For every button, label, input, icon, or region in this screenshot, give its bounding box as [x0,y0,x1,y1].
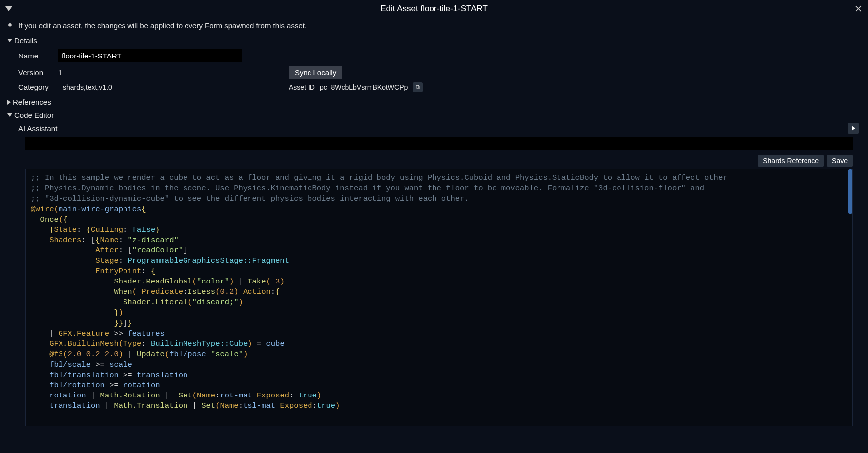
sync-locally-button[interactable]: Sync Locally [289,66,342,79]
asset-id-value: pc_8WcbLbVsrmBKotWCPp [320,83,408,91]
code-editor-label: Code Editor [14,111,54,119]
name-label: Name [18,52,48,60]
version-label: Version [18,68,48,77]
code-editor-section: Code Editor AI Assistant Shards Referenc… [0,109,868,453]
chevron-down-icon [7,39,12,42]
asset-editor-window: Edit Asset floor-tile-1-START ✕ If you e… [0,0,868,453]
play-icon [852,126,855,131]
details-header[interactable]: Details [7,35,861,46]
asset-id-label: Asset ID [289,83,315,91]
category-value: shards,text,v1.0 [63,83,112,91]
chevron-down-icon [7,113,12,117]
code-toolbar: Shards Reference Save [7,153,861,169]
ai-run-button[interactable] [848,123,859,134]
save-button[interactable]: Save [827,155,853,167]
info-text: If you edit an asset, the changes will b… [18,21,307,30]
ai-assistant-label: AI Assistant [18,124,57,133]
details-section: Details Name Version 1 Sync Locally Cate… [0,34,868,95]
ai-assistant-row: AI Assistant [7,121,861,136]
shards-reference-button[interactable]: Shards Reference [758,155,824,167]
details-label: Details [14,36,37,45]
name-input[interactable] [58,49,242,62]
titlebar: Edit Asset floor-tile-1-START ✕ [0,0,868,17]
code-content[interactable]: ;; In this sample we render a cube to ac… [26,169,852,415]
references-label: References [13,98,51,106]
info-icon [7,22,14,29]
scrollbar[interactable] [848,169,852,214]
ai-assistant-input[interactable] [25,137,853,150]
references-header[interactable]: References [7,96,861,108]
info-bar: If you edit an asset, the changes will b… [0,17,868,34]
version-value: 1 [58,69,62,77]
references-section: References [0,95,868,109]
window-title: Edit Asset floor-tile-1-START [0,4,868,14]
code-editor-header[interactable]: Code Editor [7,110,861,121]
category-label: Category [18,83,53,91]
copy-icon[interactable]: ⧉ [413,82,423,92]
close-icon[interactable]: ✕ [854,3,863,15]
chevron-right-icon [7,100,11,105]
code-editor[interactable]: ;; In this sample we render a cube to ac… [25,169,853,426]
collapse-icon[interactable] [5,6,12,11]
